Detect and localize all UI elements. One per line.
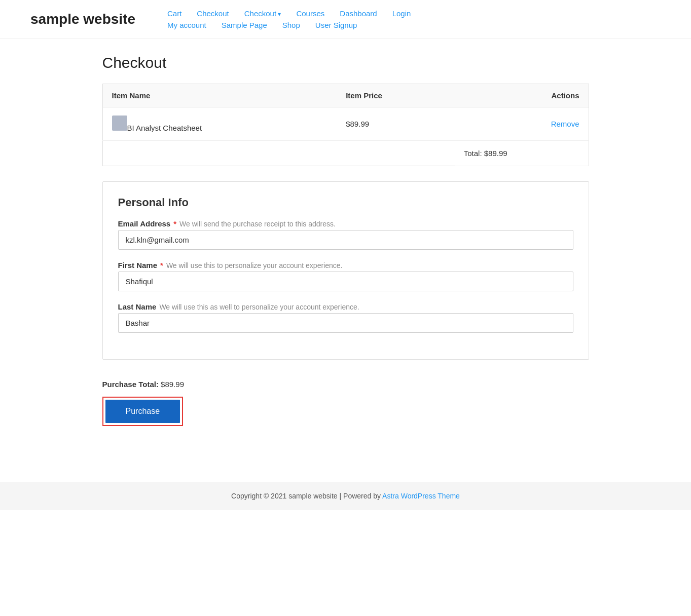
page-content: Checkout Item Name Item Price Actions BI… — [72, 39, 620, 461]
label-text-last_name: Last Name — [118, 302, 157, 311]
purchase-button-wrapper: Purchase — [102, 397, 184, 426]
input-last_name[interactable] — [118, 313, 573, 333]
nav-link-checkout[interactable]: Checkout — [197, 9, 229, 18]
personal-info-section: Personal Info Email Address*We will send… — [102, 181, 589, 360]
col-item-name: Item Name — [102, 84, 337, 107]
input-email[interactable] — [118, 230, 573, 250]
nav-link-sample-page[interactable]: Sample Page — [222, 21, 267, 29]
col-item-price: Item Price — [337, 84, 455, 107]
footer-link[interactable]: Astra WordPress Theme — [382, 492, 460, 500]
personal-info-title: Personal Info — [118, 196, 573, 209]
field-group-first_name: First Name*We will use this to personali… — [118, 261, 573, 291]
purchase-total-value: $89.99 — [161, 380, 184, 389]
header: sample website CartCheckoutCheckoutCours… — [0, 0, 691, 39]
required-indicator: * — [173, 219, 176, 228]
nav-link-my-account[interactable]: My account — [167, 21, 206, 29]
purchase-button[interactable]: Purchase — [105, 400, 180, 423]
field-group-last_name: Last NameWe will use this as well to per… — [118, 302, 573, 333]
field-hint-email: We will send the purchase receipt to thi… — [179, 220, 336, 228]
item-price: $89.99 — [337, 107, 455, 141]
purchase-total-label: Purchase Total: $89.99 — [102, 380, 589, 389]
nav-row-2: My accountSample PageShopUser Signup — [167, 21, 411, 29]
nav-link-user-signup[interactable]: User Signup — [315, 21, 357, 29]
cart-table: Item Name Item Price Actions BI Analyst … — [102, 84, 589, 166]
required-indicator: * — [160, 261, 163, 270]
nav-link-shop[interactable]: Shop — [282, 21, 300, 29]
purchase-total-section: Purchase Total: $89.99 Purchase — [102, 370, 589, 431]
field-group-email: Email Address*We will send the purchase … — [118, 219, 573, 250]
nav-link-login[interactable]: Login — [392, 9, 411, 18]
field-label-first_name: First Name*We will use this to personali… — [118, 261, 573, 270]
col-actions: Actions — [455, 84, 589, 107]
remove-button[interactable]: Remove — [551, 120, 579, 128]
site-title: sample website — [30, 11, 142, 27]
item-actions: Remove — [455, 107, 589, 141]
nav-link-checkout[interactable]: Checkout — [244, 9, 281, 18]
input-first_name[interactable] — [118, 272, 573, 291]
label-text-first_name: First Name — [118, 261, 158, 270]
item-thumbnail — [112, 115, 127, 131]
footer: Copyright © 2021 sample website | Powere… — [0, 482, 691, 510]
page-title: Checkout — [102, 54, 589, 71]
table-row: BI Analyst Cheatsheet$89.99Remove — [102, 107, 589, 141]
field-label-last_name: Last NameWe will use this as well to per… — [118, 302, 573, 311]
nav-link-cart[interactable]: Cart — [167, 9, 181, 18]
nav-row-1: CartCheckoutCheckoutCoursesDashboardLogi… — [167, 9, 411, 18]
field-label-email: Email Address*We will send the purchase … — [118, 219, 573, 228]
field-hint-last_name: We will use this as well to personalize … — [159, 303, 359, 311]
nav-link-courses[interactable]: Courses — [296, 9, 324, 18]
field-hint-first_name: We will use this to personalize your acc… — [166, 261, 343, 270]
cart-total: Total: $89.99 — [455, 141, 589, 166]
nav-link-dashboard[interactable]: Dashboard — [340, 9, 377, 18]
footer-text: Copyright © 2021 sample website | Powere… — [231, 492, 382, 500]
label-text-email: Email Address — [118, 219, 171, 228]
item-name: BI Analyst Cheatsheet — [127, 124, 202, 132]
navigation: CartCheckoutCheckoutCoursesDashboardLogi… — [167, 9, 411, 29]
item-name-cell: BI Analyst Cheatsheet — [102, 107, 337, 141]
